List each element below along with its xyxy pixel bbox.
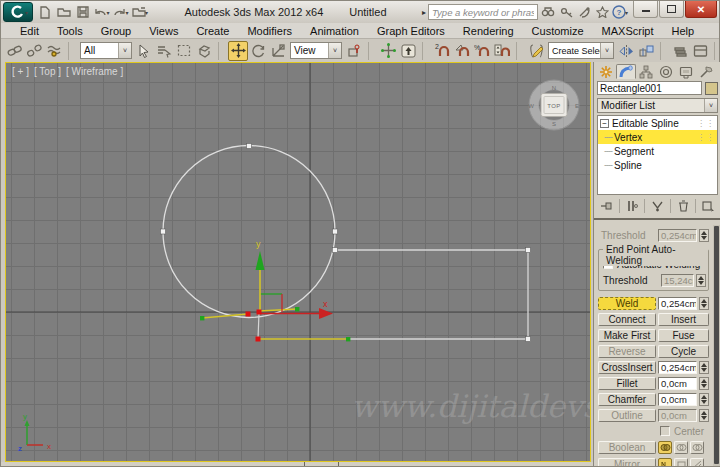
menu-views[interactable]: Views — [140, 25, 187, 37]
show-end-result-button[interactable] — [624, 198, 641, 214]
spline-rectangle-segment[interactable] — [335, 250, 528, 339]
viewcube[interactable]: N S W E TOP — [528, 80, 579, 130]
gizmo-x-arrowhead[interactable] — [319, 308, 333, 319]
menu-graph-editors[interactable]: Graph Editors — [368, 25, 454, 37]
menu-group[interactable]: Group — [92, 25, 141, 37]
stack-subitem-spline[interactable]: ---- Spline — [598, 158, 717, 172]
object-name-field[interactable] — [597, 81, 702, 95]
favorites-button[interactable] — [594, 4, 610, 20]
viewcube-south-label[interactable]: S — [552, 121, 556, 127]
object-color-swatch[interactable] — [705, 82, 718, 95]
named-selection-sets-dropdown[interactable]: Create Selection Se˅ — [548, 42, 614, 59]
new-scene-button[interactable] — [36, 4, 54, 21]
viewport-view-label[interactable]: [ Top ] — [34, 66, 61, 77]
edit-named-selection-sets-button[interactable] — [526, 41, 546, 61]
vertex-handle[interactable] — [161, 229, 166, 234]
minimize-button[interactable] — [633, 1, 658, 18]
align-button[interactable] — [636, 41, 656, 61]
subscription-center-button[interactable] — [558, 4, 574, 20]
help-dropdown-arrow[interactable]: ▾ — [625, 9, 628, 16]
selection-filter-dropdown[interactable]: All˅ — [80, 42, 132, 59]
tab-create[interactable] — [596, 64, 616, 79]
qat-customize-dropdown[interactable]: ▾ — [145, 9, 148, 16]
tab-modify[interactable] — [616, 64, 636, 79]
cross-insert-button[interactable]: CrossInsert — [598, 361, 656, 374]
weld-threshold-spinner[interactable] — [699, 297, 709, 310]
menu-rendering[interactable]: Rendering — [454, 25, 523, 37]
angle-snap-toggle[interactable] — [452, 41, 472, 61]
vertex-handle[interactable] — [333, 248, 338, 253]
panel-divider[interactable] — [594, 218, 720, 225]
tab-motion[interactable] — [656, 64, 676, 79]
make-first-button[interactable]: Make First — [598, 329, 656, 342]
unlink-selection-button[interactable] — [24, 41, 44, 61]
viewcube-east-label[interactable]: E — [575, 103, 579, 109]
vertex-ticks-icon[interactable]: ⋮⋮ — [697, 119, 715, 128]
gizmo-y-arrowhead[interactable] — [256, 251, 265, 270]
viewport-shading-label[interactable]: [ Wireframe ] — [66, 66, 123, 77]
modifier-list-dropdown[interactable]: Modifier List ˅ — [597, 98, 718, 113]
chamfer-button[interactable]: Chamfer — [598, 393, 656, 406]
reference-coordinate-system-dropdown[interactable]: View˅ — [290, 42, 342, 59]
vertex-handle[interactable] — [526, 248, 531, 253]
help-button[interactable]: ?▾ — [612, 4, 628, 20]
cross-insert-field[interactable]: 0,254cm — [658, 361, 697, 374]
snaps-toggle-2d[interactable]: 2 — [432, 41, 452, 61]
stack-item-editable-spline[interactable]: − Editable Spline ⋮⋮ — [598, 116, 717, 130]
project-folder-button[interactable]: ▾ — [131, 4, 149, 21]
search-flyout-arrow[interactable]: ▸ — [422, 8, 426, 17]
boolean-union-button[interactable] — [658, 441, 672, 454]
connect-button[interactable]: Connect — [598, 313, 656, 326]
mirror-button[interactable] — [616, 41, 636, 61]
remove-modifier-button[interactable] — [675, 198, 692, 214]
save-file-button[interactable] — [74, 4, 92, 21]
fillet-button[interactable]: Fillet — [598, 377, 656, 390]
selected-vertex-handle[interactable] — [246, 312, 251, 317]
fuse-button[interactable]: Fuse — [658, 329, 709, 342]
tab-hierarchy[interactable] — [636, 64, 656, 79]
menu-maxscript[interactable]: MAXScript — [593, 25, 663, 37]
vertex-handle[interactable] — [526, 337, 531, 342]
selected-vertex-handle[interactable] — [257, 310, 262, 315]
insert-button[interactable]: Insert — [658, 313, 709, 326]
select-and-move-button[interactable] — [228, 41, 248, 61]
menu-modifiers[interactable]: Modifiers — [238, 25, 301, 37]
fillet-field[interactable]: 0,0cm — [658, 377, 697, 390]
vertex-handle[interactable] — [247, 144, 252, 149]
scrollbar-thumb[interactable] — [714, 226, 719, 464]
viewcube-north-label[interactable]: N — [552, 85, 556, 91]
search-button[interactable] — [540, 4, 556, 20]
close-button[interactable]: ✕ — [685, 1, 717, 18]
menu-create[interactable]: Create — [187, 25, 238, 37]
use-pivot-point-center-button[interactable] — [344, 41, 364, 61]
menu-edit[interactable]: Edit — [11, 25, 48, 37]
window-crossing-toggle[interactable] — [194, 41, 214, 61]
select-and-scale-button[interactable] — [268, 41, 288, 61]
application-menu-button[interactable]: ▾ — [3, 2, 33, 22]
vertex-handle[interactable] — [333, 229, 338, 234]
redo-dropdown-arrow[interactable]: ▾ — [125, 9, 128, 16]
select-and-rotate-button[interactable] — [248, 41, 268, 61]
bezier-knot[interactable] — [295, 307, 299, 311]
keyboard-shortcut-override-toggle[interactable] — [398, 41, 418, 61]
cross-insert-spinner[interactable] — [699, 361, 709, 374]
select-object-button[interactable] — [134, 41, 154, 61]
menu-tools[interactable]: Tools — [48, 25, 92, 37]
open-file-button[interactable] — [55, 4, 73, 21]
weld-button[interactable]: Weld — [598, 297, 656, 310]
redo-button[interactable]: ▾ — [112, 4, 130, 21]
chamfer-spinner[interactable] — [699, 393, 709, 406]
spinner-snap-toggle[interactable] — [492, 41, 512, 61]
tab-display[interactable] — [676, 64, 696, 79]
chamfer-field[interactable]: 0,0cm — [658, 393, 697, 406]
undo-button[interactable]: ▾ — [93, 4, 111, 21]
bind-to-space-warp-button[interactable] — [44, 41, 64, 61]
bezier-knot[interactable] — [346, 337, 350, 341]
weld-threshold-field[interactable]: 0,254cm — [658, 297, 697, 310]
threshold-spinner[interactable] — [699, 229, 709, 242]
cycle-button[interactable]: Cycle — [658, 345, 709, 358]
panel-scrollbar[interactable] — [713, 225, 720, 466]
collapse-icon[interactable]: − — [600, 119, 609, 128]
rectangular-selection-region-button[interactable] — [174, 41, 194, 61]
select-and-link-button[interactable] — [4, 41, 24, 61]
